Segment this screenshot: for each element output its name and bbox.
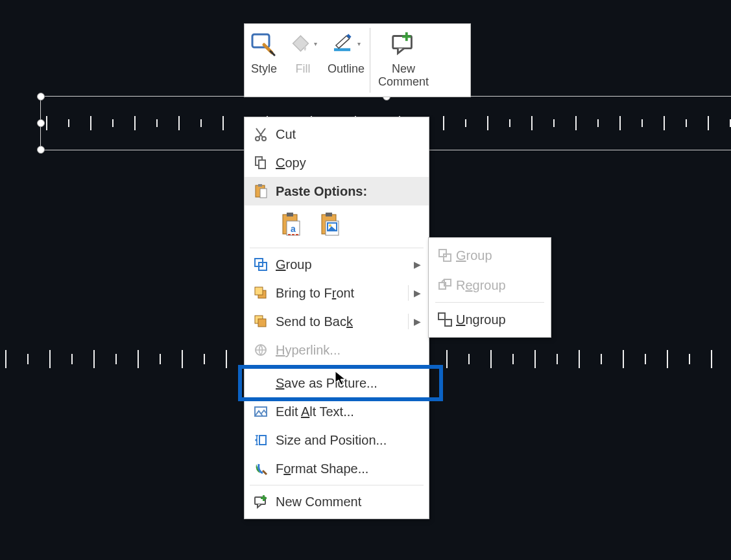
svg-rect-20 bbox=[326, 213, 332, 216]
menu-item-copy[interactable]: Copy bbox=[245, 148, 429, 177]
bring-to-front-label: Bring to Front bbox=[272, 286, 403, 301]
svg-rect-41 bbox=[445, 320, 451, 326]
new-comment-menu-label: New Comment bbox=[272, 495, 421, 509]
menu-item-size-and-position[interactable]: Size and Position... bbox=[245, 426, 429, 454]
svg-point-6 bbox=[262, 137, 266, 141]
style-icon bbox=[250, 29, 278, 58]
resize-handle-bottom-left[interactable] bbox=[37, 146, 45, 154]
hyperlink-label: Hyperlink... bbox=[272, 343, 421, 358]
group-icon bbox=[250, 257, 272, 272]
alt-text-icon bbox=[250, 404, 272, 419]
context-menu: Cut Copy Paste Options: a bbox=[244, 117, 429, 519]
split-separator bbox=[408, 314, 409, 329]
outline-button[interactable]: ▾ Outline bbox=[322, 24, 370, 97]
svg-rect-37 bbox=[444, 254, 451, 261]
paste-as-picture-button[interactable] bbox=[317, 209, 344, 239]
svg-rect-35 bbox=[261, 497, 267, 499]
menu-item-group[interactable]: Group ▶ bbox=[245, 250, 429, 279]
svg-rect-40 bbox=[438, 313, 445, 320]
menu-separator-3 bbox=[250, 485, 424, 485]
size-position-label: Size and Position... bbox=[272, 433, 421, 448]
regroup-icon bbox=[434, 278, 456, 292]
new-comment-menu-icon bbox=[250, 495, 272, 509]
fill-button[interactable]: ▾ Fill bbox=[283, 24, 322, 97]
svg-rect-36 bbox=[439, 250, 446, 257]
split-separator bbox=[408, 285, 409, 301]
format-shape-label: Format Shape... bbox=[272, 461, 421, 476]
submenu-item-ungroup[interactable]: Ungroup bbox=[429, 305, 551, 334]
new-comment-toolbar-button[interactable]: New Comment bbox=[370, 24, 437, 97]
submenu-regroup-label: Regroup bbox=[456, 278, 506, 293]
submenu-item-regroup: Regroup bbox=[429, 270, 551, 300]
menu-item-new-comment[interactable]: New Comment bbox=[245, 487, 429, 516]
paste-options-row: a bbox=[245, 205, 429, 246]
new-comment-label: New Comment bbox=[378, 63, 429, 89]
svg-rect-29 bbox=[258, 319, 266, 327]
fill-label: Fill bbox=[296, 63, 311, 76]
svg-text:a: a bbox=[291, 224, 296, 234]
menu-item-format-shape[interactable]: Format Shape... bbox=[245, 454, 429, 483]
mini-toolbar: Style ▾ Fill ▾ Outline bbox=[244, 23, 471, 97]
menu-item-bring-to-front[interactable]: Bring to Front ▶ bbox=[245, 279, 429, 307]
hyperlink-icon bbox=[250, 343, 272, 357]
svg-rect-4 bbox=[402, 36, 411, 38]
svg-rect-13 bbox=[287, 213, 293, 216]
resize-handle-mid-left[interactable] bbox=[37, 119, 45, 127]
menu-item-send-to-back[interactable]: Send to Back ▶ bbox=[245, 307, 429, 336]
menu-item-cut[interactable]: Cut bbox=[245, 120, 429, 148]
canvas-background: Style ▾ Fill ▾ Outline bbox=[0, 0, 731, 560]
paste-options-header: Paste Options: bbox=[245, 177, 429, 205]
group-label: Group bbox=[272, 257, 414, 272]
menu-separator-2 bbox=[250, 366, 424, 367]
submenu-item-group: Group bbox=[429, 240, 551, 270]
svg-rect-10 bbox=[258, 184, 262, 187]
outline-icon: ▾ bbox=[332, 29, 361, 58]
send-to-back-label: Send to Back bbox=[272, 314, 403, 329]
new-comment-icon bbox=[389, 29, 418, 58]
submenu-arrow-icon[interactable]: ▶ bbox=[414, 288, 421, 298]
menu-item-save-as-picture[interactable]: Save as Picture... bbox=[245, 369, 429, 397]
edit-alt-text-label: Edit Alt Text... bbox=[272, 404, 421, 419]
menu-item-edit-alt-text[interactable]: Edit Alt Text... bbox=[245, 397, 429, 426]
ungroup-icon bbox=[434, 312, 456, 327]
svg-point-5 bbox=[256, 137, 259, 141]
submenu-arrow-icon[interactable]: ▶ bbox=[414, 316, 421, 327]
style-label: Style bbox=[251, 63, 277, 76]
paste-icon bbox=[250, 183, 272, 199]
save-as-picture-label: Save as Picture... bbox=[272, 376, 421, 391]
svg-rect-1 bbox=[333, 48, 350, 51]
copy-icon bbox=[250, 156, 272, 170]
svg-rect-32 bbox=[259, 436, 266, 445]
outline-label: Outline bbox=[328, 63, 365, 76]
svg-rect-18 bbox=[296, 234, 298, 235]
submenu-arrow-icon: ▶ bbox=[414, 259, 421, 270]
bring-to-front-icon bbox=[250, 286, 272, 300]
group-submenu: Group Regroup Ungroup bbox=[428, 237, 551, 338]
submenu-ungroup-label: Ungroup bbox=[456, 312, 506, 327]
cut-label: Cut bbox=[272, 127, 421, 142]
style-button[interactable]: Style bbox=[245, 24, 283, 97]
cut-icon bbox=[250, 127, 272, 141]
menu-item-hyperlink: Hyperlink... bbox=[245, 336, 429, 364]
submenu-group-label: Group bbox=[456, 248, 492, 263]
paste-keep-formatting-button[interactable]: a bbox=[278, 209, 306, 239]
svg-rect-17 bbox=[292, 234, 294, 235]
send-to-back-icon bbox=[250, 314, 272, 329]
format-shape-icon bbox=[250, 461, 272, 476]
copy-label: Copy bbox=[272, 156, 421, 170]
svg-point-23 bbox=[329, 224, 331, 227]
resize-handle-top-left[interactable] bbox=[37, 93, 45, 100]
size-position-icon bbox=[250, 433, 272, 447]
svg-rect-16 bbox=[288, 234, 291, 235]
svg-rect-27 bbox=[255, 287, 263, 295]
paste-options-label: Paste Options: bbox=[272, 184, 421, 199]
submenu-separator bbox=[435, 302, 544, 303]
menu-separator-1 bbox=[250, 248, 424, 248]
fill-icon: ▾ bbox=[289, 29, 317, 58]
group-sub-icon bbox=[434, 248, 456, 262]
svg-rect-11 bbox=[260, 189, 267, 198]
svg-rect-8 bbox=[259, 160, 265, 169]
